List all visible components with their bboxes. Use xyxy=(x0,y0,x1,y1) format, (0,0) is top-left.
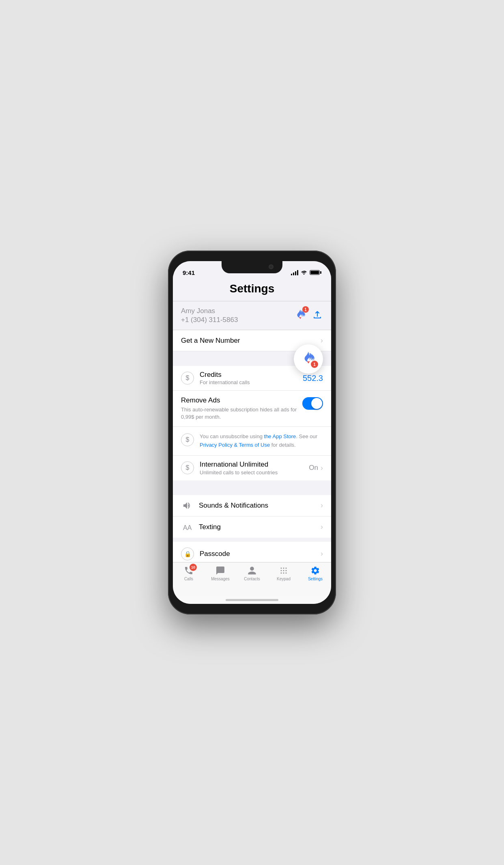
svg-point-3 xyxy=(283,568,284,569)
passcode-lock-icon: 🔒 xyxy=(181,547,194,560)
keypad-icon xyxy=(279,566,289,575)
sounds-notifications-row[interactable]: Sounds & Notifications › xyxy=(173,495,331,517)
wifi-icon xyxy=(301,270,307,276)
keypad-label: Keypad xyxy=(277,577,291,581)
section-gap-3 xyxy=(173,538,331,542)
intl-info: International Unlimited Unlimited calls … xyxy=(200,461,303,476)
contacts-icon xyxy=(247,566,257,575)
tab-contacts[interactable]: Contacts xyxy=(240,566,264,581)
remove-ads-description: This auto-renewable subscription hides a… xyxy=(181,406,297,421)
texting-icon: AA xyxy=(181,522,193,532)
calls-icon-wrap: 10 xyxy=(184,566,194,575)
texting-chevron: › xyxy=(321,523,323,531)
notch xyxy=(222,261,282,273)
intl-dollar-icon: $ xyxy=(181,461,194,474)
tab-calls[interactable]: 10 Calls xyxy=(177,566,201,581)
signal-bar-4 xyxy=(297,270,298,275)
signal-bar-2 xyxy=(293,272,294,275)
settings-content[interactable]: Settings Amy Jonas +1 (304) 311-5863 1 xyxy=(173,279,331,562)
camera xyxy=(269,264,274,269)
svg-point-6 xyxy=(283,570,284,571)
battery-fill xyxy=(310,271,319,274)
svg-point-4 xyxy=(286,568,287,569)
status-icons xyxy=(291,270,320,276)
toggle-knob xyxy=(311,398,322,409)
flame-badge-container[interactable]: 1 xyxy=(294,308,307,323)
intl-subtitle: Unlimited calls to select countries xyxy=(200,469,303,476)
svg-point-10 xyxy=(286,573,287,574)
signal-bar-1 xyxy=(291,274,292,275)
svg-point-9 xyxy=(283,573,284,574)
profile-flame-badge: 1 xyxy=(302,306,309,313)
messages-label: Messages xyxy=(211,577,230,581)
intl-right: On › xyxy=(309,464,323,472)
home-bar xyxy=(226,599,278,601)
upload-icon-container[interactable] xyxy=(312,309,323,322)
messages-icon-wrap xyxy=(215,566,225,575)
settings-label: Settings xyxy=(308,577,323,581)
signal-bars-icon xyxy=(291,270,298,275)
unsub-text-2: . See our xyxy=(296,433,317,439)
tab-settings[interactable]: Settings xyxy=(303,566,327,581)
settings-gear-icon xyxy=(310,566,320,575)
passcode-chevron: › xyxy=(321,549,323,558)
get-new-number-label: Get a New Number xyxy=(181,337,240,345)
section-gap-2 xyxy=(173,480,331,495)
sounds-chevron: › xyxy=(321,501,323,510)
screen: 9:41 xyxy=(173,261,331,604)
battery-icon xyxy=(310,270,320,275)
texting-row[interactable]: AA Texting › xyxy=(173,517,331,538)
unsub-text-1: You can unsubscribe using xyxy=(200,433,264,439)
app-store-link[interactable]: the App Store xyxy=(264,433,296,439)
credits-value: 552.3 xyxy=(303,374,323,383)
calls-label: Calls xyxy=(184,577,193,581)
intl-chevron: › xyxy=(321,464,323,472)
svg-text:AA: AA xyxy=(183,524,192,531)
profile-info: Amy Jonas +1 (304) 311-5863 xyxy=(181,307,238,324)
remove-ads-row[interactable]: Remove Ads This auto-renewable subscript… xyxy=(173,391,331,427)
profile-actions: 1 xyxy=(294,308,323,323)
keypad-icon-wrap xyxy=(279,566,289,575)
tab-messages[interactable]: Messages xyxy=(208,566,233,581)
remove-ads-title: Remove Ads xyxy=(181,396,297,404)
signal-bar-3 xyxy=(295,271,296,275)
unsubscribe-text: You can unsubscribe using the App Store.… xyxy=(200,432,323,450)
messages-icon xyxy=(215,566,225,575)
floating-toast[interactable]: 1 xyxy=(294,344,323,374)
privacy-policy-link[interactable]: Privacy Policy & Terms of Use xyxy=(200,442,270,448)
get-new-number-chevron: › xyxy=(321,336,323,345)
intl-title: International Unlimited xyxy=(200,461,303,469)
toast-flame-container: 1 xyxy=(300,350,317,368)
page-title: Settings xyxy=(181,282,323,295)
remove-ads-toggle[interactable] xyxy=(302,397,323,410)
profile-row[interactable]: Amy Jonas +1 (304) 311-5863 1 xyxy=(173,301,331,330)
toast-badge: 1 xyxy=(311,361,318,368)
profile-phone: +1 (304) 311-5863 xyxy=(181,316,238,324)
passcode-row[interactable]: 🔒 Passcode › xyxy=(173,542,331,562)
calls-badge: 10 xyxy=(190,564,197,571)
credits-dollar-icon: $ xyxy=(181,372,194,385)
svg-point-7 xyxy=(286,570,287,571)
tab-bar: 10 Calls Messages xyxy=(173,562,331,596)
intl-status: On xyxy=(309,464,318,472)
tab-keypad[interactable]: Keypad xyxy=(271,566,296,581)
credits-title: Credits xyxy=(200,371,297,379)
credits-subtitle: For international calls xyxy=(200,379,297,385)
unsubscribe-text-block: You can unsubscribe using the App Store.… xyxy=(200,432,323,450)
texting-label: Texting xyxy=(199,523,315,531)
unsub-text-3: for details. xyxy=(270,442,296,448)
upload-icon xyxy=(312,309,323,320)
svg-point-2 xyxy=(281,568,282,569)
contacts-label: Contacts xyxy=(244,577,260,581)
settings-icon-wrap xyxy=(310,566,320,575)
phone-frame: 9:41 xyxy=(168,251,336,614)
sounds-notifications-label: Sounds & Notifications xyxy=(199,502,315,510)
profile-name: Amy Jonas xyxy=(181,307,238,315)
home-indicator xyxy=(173,596,331,604)
credits-info: Credits For international calls xyxy=(200,371,297,385)
svg-point-8 xyxy=(281,573,282,574)
contacts-icon-wrap xyxy=(247,566,257,575)
international-unlimited-row[interactable]: $ International Unlimited Unlimited call… xyxy=(173,456,331,480)
svg-point-5 xyxy=(281,570,282,571)
unsubscribe-row: $ You can unsubscribe using the App Stor… xyxy=(173,427,331,456)
